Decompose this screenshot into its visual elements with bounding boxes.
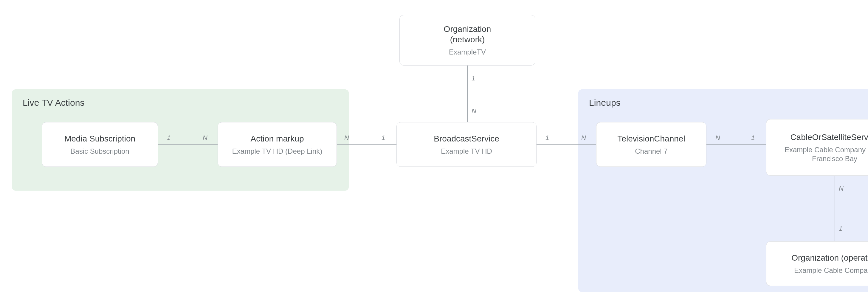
- node-title: TelevisionChannel: [617, 133, 685, 144]
- cardinality-css-op-bottom: 1: [839, 225, 842, 233]
- node-title: Media Subscription: [64, 133, 135, 144]
- edge-bs-tc: [536, 144, 596, 145]
- node-title: Action markup: [251, 133, 304, 144]
- node-sub: Basic Subscription: [70, 147, 129, 156]
- node-sub: Example TV HD (Deep Link): [232, 147, 322, 156]
- node-broadcast-service: BroadcastService Example TV HD: [397, 122, 536, 167]
- node-title: BroadcastService: [434, 133, 499, 144]
- node-sub: Example TV HD: [441, 147, 492, 156]
- cardinality-am-bs-left: N: [344, 134, 349, 142]
- group-title-live-tv-actions: Live TV Actions: [23, 98, 338, 108]
- node-organization-operator: Organization (operator) Example Cable Co…: [766, 241, 868, 286]
- group-title-lineups: Lineups: [589, 98, 868, 108]
- node-action-markup: Action markup Example TV HD (Deep Link): [218, 122, 337, 167]
- node-sub: ExampleTV: [449, 48, 486, 57]
- node-title: Organization (network): [444, 24, 491, 45]
- edge-am-bs: [337, 144, 397, 145]
- cardinality-orgnet-bs-top: 1: [471, 74, 475, 82]
- edge-tc-css: [707, 144, 766, 145]
- cardinality-am-bs-right: 1: [381, 134, 385, 142]
- cardinality-tc-css-right: 1: [751, 134, 755, 142]
- node-organization-network: Organization (network) ExampleTV: [399, 15, 535, 66]
- edge-orgnet-bs: [467, 66, 468, 122]
- diagram-canvas: Live TV Actions Lineups 1 N 1 N N 1 1 N …: [0, 0, 868, 305]
- cardinality-tc-css-left: N: [715, 134, 720, 142]
- node-television-channel: TelevisionChannel Channel 7: [596, 122, 707, 167]
- edge-ms-am: [158, 144, 218, 145]
- cardinality-orgnet-bs-bottom: N: [471, 107, 476, 115]
- node-sub: Example Cable Company - San Francisco Ba…: [775, 145, 868, 163]
- node-cable-or-satellite-service: CableOrSatelliteService Example Cable Co…: [766, 119, 868, 176]
- node-sub: Example Cable Company: [794, 266, 868, 275]
- cardinality-bs-tc-right: N: [581, 134, 586, 142]
- node-title: Organization (operator): [792, 252, 868, 263]
- node-title: CableOrSatelliteService: [790, 132, 868, 142]
- cardinality-ms-am-right: N: [203, 134, 208, 142]
- cardinality-bs-tc-left: 1: [546, 134, 549, 142]
- edge-css-op: [835, 176, 835, 241]
- cardinality-ms-am-left: 1: [167, 134, 170, 142]
- node-sub: Channel 7: [635, 147, 668, 156]
- node-media-subscription: Media Subscription Basic Subscription: [42, 122, 158, 167]
- cardinality-css-op-top: N: [839, 185, 843, 193]
